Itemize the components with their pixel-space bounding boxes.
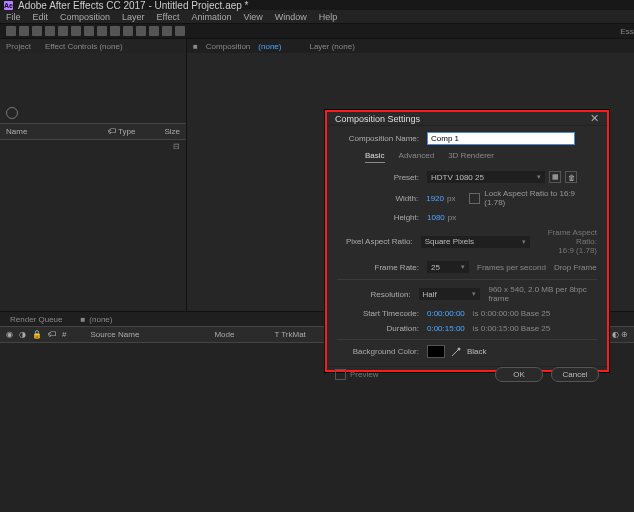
label-resolution: Resolution:	[337, 290, 419, 299]
chevron-down-icon: ▾	[537, 173, 541, 181]
tab-effect-controls[interactable]: Effect Controls (none)	[45, 42, 123, 51]
bg-color-swatch[interactable]	[427, 345, 445, 358]
chevron-down-icon: ▾	[461, 263, 465, 271]
solo-icon[interactable]: ◑	[19, 330, 26, 339]
tool-brush[interactable]	[123, 26, 133, 36]
far-title: Frame Aspect Ratio:	[530, 228, 597, 246]
workspace-label[interactable]: Ess	[620, 24, 634, 38]
tool-eraser[interactable]	[149, 26, 159, 36]
eye-icon[interactable]: ◉	[6, 330, 13, 339]
lock-icon[interactable]: 🔒	[32, 330, 42, 339]
col-trkmat[interactable]: T TrkMat	[274, 330, 305, 339]
par-select[interactable]: Square Pixels▾	[421, 236, 530, 248]
close-icon[interactable]: ✕	[590, 112, 599, 125]
tool-zoom[interactable]	[32, 26, 42, 36]
ok-button[interactable]: OK	[495, 367, 543, 382]
tool-shape[interactable]	[84, 26, 94, 36]
label-par: Pixel Aspect Ratio:	[337, 237, 421, 246]
dialog-title: Composition Settings	[335, 114, 420, 124]
start-tc-value[interactable]: 0:00:00:00	[427, 309, 465, 318]
col-name[interactable]: Name	[6, 127, 108, 136]
menu-view[interactable]: View	[243, 12, 262, 22]
svg-point-1	[458, 347, 461, 350]
tab-advanced[interactable]: Advanced	[399, 151, 435, 163]
chevron-down-icon: ▾	[472, 290, 476, 298]
chevron-down-icon: ▾	[522, 238, 526, 246]
eyedropper-icon[interactable]	[451, 347, 461, 357]
width-value[interactable]: 1920	[426, 194, 444, 203]
project-header	[0, 53, 186, 123]
menu-edit[interactable]: Edit	[33, 12, 49, 22]
height-value[interactable]: 1080	[427, 213, 445, 222]
col-source-name[interactable]: Source Name	[90, 330, 139, 339]
tool-text[interactable]	[110, 26, 120, 36]
composition-settings-dialog: Composition Settings ✕ Composition Name:…	[325, 110, 609, 372]
menu-animation[interactable]: Animation	[191, 12, 231, 22]
fps-suffix: Frames per second	[477, 263, 546, 272]
tab-render-queue[interactable]: Render Queue	[10, 315, 62, 324]
duration-hint: is 0:00:15:00 Base 25	[473, 324, 550, 333]
tool-roto[interactable]	[162, 26, 172, 36]
comp-tab-link[interactable]: (none)	[258, 42, 281, 51]
tool-rotate[interactable]	[45, 26, 55, 36]
label-bg-color: Background Color:	[337, 347, 427, 356]
menu-effect[interactable]: Effect	[157, 12, 180, 22]
label-width: Width:	[337, 194, 426, 203]
lock-aspect-checkbox[interactable]	[469, 193, 480, 204]
tab-basic[interactable]: Basic	[365, 151, 385, 163]
lock-aspect-label: Lock Aspect Ratio to 16:9 (1.78)	[484, 189, 597, 207]
tool-puppet[interactable]	[175, 26, 185, 36]
app-logo: Ae	[4, 1, 13, 10]
comp-tab-prefix: Composition	[206, 42, 250, 51]
save-preset-icon[interactable]: ▦	[549, 171, 561, 183]
col-type[interactable]: Type	[118, 127, 135, 136]
project-columns: Name 🏷Type Size	[0, 123, 186, 140]
cancel-button[interactable]: Cancel	[551, 367, 599, 382]
duration-value[interactable]: 0:00:15:00	[427, 324, 465, 333]
timeline-comp-icon: ■	[80, 315, 85, 324]
flowchart-icon[interactable]: ⊟	[173, 142, 180, 151]
label-icon[interactable]: 🏷	[48, 330, 56, 339]
tool-anchor[interactable]	[71, 26, 81, 36]
label-start-tc: Start Timecode:	[337, 309, 427, 318]
resolution-select[interactable]: Half▾	[419, 288, 481, 300]
preset-select[interactable]: HDTV 1080 25▾	[427, 171, 545, 183]
start-tc-hint: is 0:00:00:00 Base 25	[473, 309, 550, 318]
titlebar: Ae Adobe After Effects CC 2017 - Untitle…	[0, 0, 634, 10]
tool-pen[interactable]	[97, 26, 107, 36]
col-mode[interactable]: Mode	[214, 330, 234, 339]
tag-icon: 🏷	[108, 127, 116, 136]
tool-clone[interactable]	[136, 26, 146, 36]
label-comp-name: Composition Name:	[337, 134, 427, 143]
tab-project[interactable]: Project	[6, 42, 31, 51]
label-duration: Duration:	[337, 324, 427, 333]
comp-tab-icon: ■	[193, 42, 198, 51]
bg-color-name: Black	[467, 347, 487, 356]
tool-hand[interactable]	[19, 26, 29, 36]
delete-preset-icon[interactable]: 🗑	[565, 171, 577, 183]
comp-name-input[interactable]	[427, 132, 575, 145]
menubar: File Edit Composition Layer Effect Anima…	[0, 10, 634, 23]
tab-3d-renderer[interactable]: 3D Renderer	[448, 151, 494, 163]
tool-selection[interactable]	[6, 26, 16, 36]
menu-layer[interactable]: Layer	[122, 12, 145, 22]
menu-file[interactable]: File	[6, 12, 21, 22]
framerate-select[interactable]: 25▾	[427, 261, 469, 273]
menu-window[interactable]: Window	[275, 12, 307, 22]
preview-checkbox[interactable]	[335, 369, 346, 380]
label-height: Height:	[337, 213, 427, 222]
col-size[interactable]: Size	[144, 127, 180, 136]
search-icon[interactable]	[6, 107, 18, 119]
window-title: Adobe After Effects CC 2017 - Untitled P…	[18, 0, 249, 11]
resolution-hint: 960 x 540, 2.0 MB per 8bpc frame	[488, 285, 597, 303]
tool-camera[interactable]	[58, 26, 68, 36]
drop-frame: Drop Frame	[554, 263, 597, 272]
menu-composition[interactable]: Composition	[60, 12, 110, 22]
toolbar	[0, 23, 634, 39]
tab-timeline-none[interactable]: (none)	[89, 315, 112, 324]
preview-label: Preview	[350, 370, 378, 379]
menu-help[interactable]: Help	[319, 12, 338, 22]
label-framerate: Frame Rate:	[337, 263, 427, 272]
label-preset: Preset:	[337, 173, 427, 182]
layer-tab[interactable]: Layer (none)	[309, 42, 354, 51]
